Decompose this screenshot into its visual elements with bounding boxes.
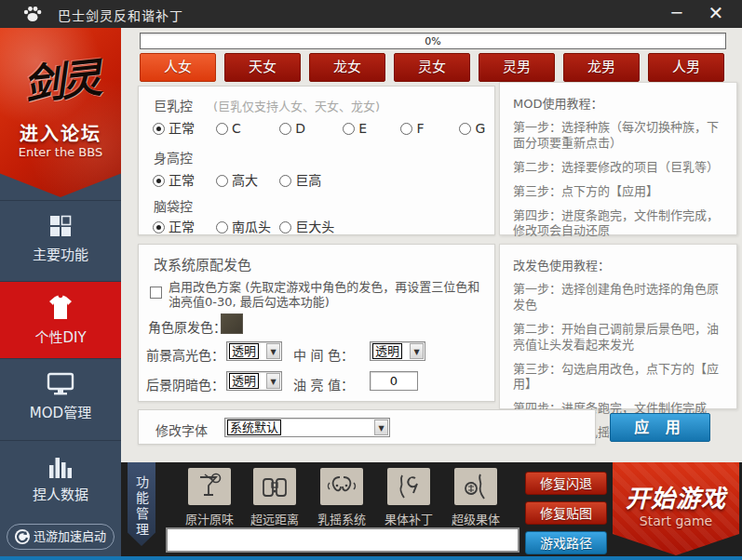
chevron-down-icon: ▼ [266,373,280,389]
super-body-icon [454,468,497,505]
mod-guide-step: 第四步：进度条跑完，文件制作完成，修改项会自动还原 [513,208,723,240]
forum-banner[interactable]: 剑灵 进入论坛 Enter the BBS [0,28,121,197]
titlebar: 巴士剑灵反和谐补丁 ─ ✕ [0,0,742,28]
enable-recolor-checkbox[interactable] [150,287,162,299]
font-label: 修改字体 [155,420,208,439]
mod-guide-panel: MOD使用教程： 第一步：选择种族（每次切换种族，下面分项要重新点击） 第二步：… [499,82,737,235]
radio-dot [216,123,228,135]
race-tab-yun-female[interactable]: 龙女 [309,53,385,82]
radio-dot [279,123,291,135]
radio-dot [153,221,165,233]
bottom-accent-strip [0,556,742,560]
radio-bust-normal[interactable]: 正常 [153,118,211,137]
feature-original-flavor[interactable]: 原汁原味 [179,468,240,527]
feature-far-distance[interactable]: 超远距离 [244,468,305,527]
fix-texture-button[interactable]: 修复贴图 [525,501,607,525]
function-manager-ribbon[interactable]: 功能管理 [128,462,155,546]
fix-crash-button[interactable]: 修复闪退 [525,472,607,495]
mod-guide-step: 第一步：选择种族（每次切换种族，下面分项要重新点击） [513,120,723,152]
feature-bounce-system[interactable]: 乳摇系统 [311,468,372,527]
radio-height-tall[interactable]: 高大 [216,170,275,189]
shadow-color-label: 后景阴暗色： [146,375,224,393]
enter-bbs-label: Enter the BBS [0,145,121,159]
radio-height-normal[interactable]: 正常 [153,170,211,189]
shadow-color-dropdown[interactable]: 透明 ▼ [226,371,282,391]
app-window: 巴士剑灵反和谐补丁 ─ ✕ 剑灵 进入论坛 Enter the BBS 主要功能 [0,0,742,560]
chevron-down-icon: ▼ [410,343,424,359]
body-wrench-icon [387,468,430,505]
highlight-color-label: 前景高光色： [146,345,224,364]
window-title: 巴士剑灵反和谐补丁 [58,6,183,24]
race-tab-human-male[interactable]: 人男 [648,53,724,82]
feature-label: 乳摇系统 [311,510,372,527]
radio-dot [459,123,471,135]
mod-guide-step: 第三步：点下方的【应用】 [513,184,723,200]
game-path-input[interactable] [166,527,519,553]
feature-label: 果体补丁 [378,510,439,527]
sidebar-item-main-functions[interactable]: 主要功能 [0,200,121,281]
radio-bust-d[interactable]: D [279,119,338,137]
race-tab-lyn-female[interactable]: 灵女 [394,53,470,82]
highlight-color-dropdown[interactable]: 透明 ▼ [226,341,282,361]
feature-super-nude[interactable]: 超级果体 [445,468,506,527]
cocktail-icon [188,468,231,505]
gloss-value-label: 油 亮 值： [293,375,354,393]
height-radio-group: 正常 高大 巨高 [153,170,338,189]
chevron-down-icon: ▼ [266,343,280,359]
radio-bust-e[interactable]: E [343,119,396,137]
minimize-button[interactable]: ─ [658,0,695,28]
font-dropdown[interactable]: 系统默认 ▼ [224,418,390,437]
game-path-button[interactable]: 游戏路径 [525,531,607,554]
feature-label: 原汁原味 [179,510,240,527]
radio-bust-c[interactable]: C [216,119,275,137]
feature-nude-patch[interactable]: 果体补丁 [378,468,439,527]
main-content: 0% 人女 天女 龙女 灵女 灵男 龙男 人男 巨乳控 (巨乳仅支持人女、天女、… [121,28,742,462]
dropdown-value: 透明 [372,343,402,359]
grid-icon [48,214,73,238]
close-button[interactable]: ✕ [697,0,735,28]
paw-logo-icon [22,4,43,24]
sidebar-item-mod-manager[interactable]: MOD管理 [0,358,121,440]
apply-button[interactable]: 应 用 [610,413,710,442]
race-tab-lyn-male[interactable]: 灵男 [479,53,555,82]
font-panel: 修改字体 系统默认 ▼ [138,409,596,445]
chevron-down-icon: ▼ [374,420,388,435]
radio-dot [153,123,165,135]
radio-head-normal[interactable]: 正常 [153,217,211,235]
race-tab-yun-male[interactable]: 龙男 [563,53,640,82]
gloss-value-input[interactable] [370,371,418,391]
radio-head-pumpkin[interactable]: 南瓜头 [216,217,275,235]
enter-forum-label: 进入论坛 [0,119,121,146]
xunyou-icon [15,528,30,553]
mid-color-dropdown[interactable]: 透明 ▼ [370,341,425,361]
accelerator-label: 迅游加速启动 [34,529,106,543]
radio-dot [400,123,412,135]
bar-chart-icon [47,454,74,478]
sidebar: 剑灵 进入论坛 Enter the BBS 主要功能 个性DIY [0,28,121,560]
color-guide-title: 改发色使用教程： [513,256,723,273]
height-section-title: 身高控 [154,148,193,167]
head-radio-group: 正常 南瓜头 巨大头 [153,217,338,235]
start-game-button[interactable]: 开始游戏 Start game [613,462,739,555]
mod-guide-step: 第二步：选择要修改的项目（巨乳等） [513,160,723,176]
color-guide-step: 第二步：开始自己调前景后景色吧，油亮值让头发看起来发光 [513,322,723,353]
tshirt-icon [47,295,74,321]
enable-recolor-label: 启用改色方案 (先取定游戏中角色的发色，再设置三位色和油亮值0-30, 最后勾选… [169,280,485,311]
head-section-title: 脑袋控 [154,196,193,215]
binoculars-icon [253,468,296,505]
race-tab-human-female[interactable]: 人女 [140,53,216,82]
bust-section-title: 巨乳控 [154,96,193,114]
xunyou-accelerator-button[interactable]: 迅游加速启动 [7,524,115,550]
radio-head-huge[interactable]: 巨大头 [279,217,338,235]
radio-bust-f[interactable]: F [400,119,454,137]
radio-height-giant[interactable]: 巨高 [279,170,338,189]
sidebar-item-character-data[interactable]: 捏人数据 [0,440,121,519]
race-tab-kun-female[interactable]: 天女 [224,53,301,82]
radio-dot [343,123,355,135]
radio-dot [279,175,291,187]
original-color-swatch[interactable] [221,313,243,334]
dropdown-value: 透明 [229,343,259,359]
bounce-icon [320,468,363,505]
sidebar-item-diy[interactable]: 个性DIY [0,281,121,358]
progress-bar: 0% [140,33,726,49]
